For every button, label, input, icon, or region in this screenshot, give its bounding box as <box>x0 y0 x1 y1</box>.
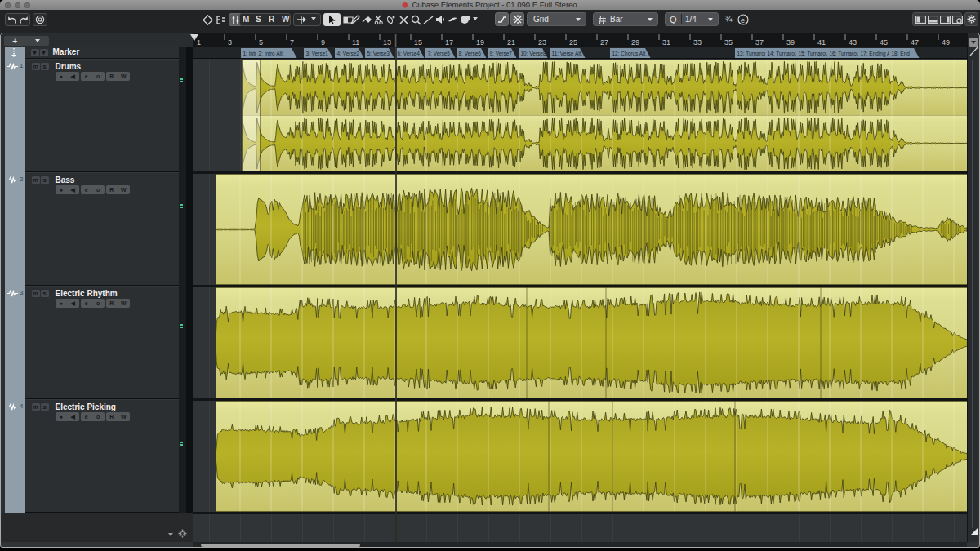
svg-text:49: 49 <box>942 38 950 47</box>
svg-text:3: 3 <box>228 38 232 47</box>
svg-text:45: 45 <box>880 38 888 47</box>
svg-text:35: 35 <box>724 38 733 47</box>
svg-text:7: Verse5: 7: Verse5 <box>427 51 450 56</box>
svg-text:47: 47 <box>911 38 919 47</box>
svg-text:17: Ending A: 17: Ending A <box>860 51 891 57</box>
svg-text:39: 39 <box>786 38 795 47</box>
svg-text:10: Verse8: 10: Verse8 <box>520 51 546 56</box>
svg-text:e: e <box>741 16 745 24</box>
svg-text:5: 5 <box>259 38 263 47</box>
svg-text:37: 37 <box>755 38 764 47</box>
svg-text:2: Intro Alt.: 2: Intro Alt. <box>258 51 283 56</box>
svg-text:18: End: 18: End <box>891 51 910 56</box>
svg-text:19: 19 <box>476 38 484 47</box>
svg-text:6: Verse4: 6: Verse4 <box>397 51 420 56</box>
svg-text:21: 21 <box>507 38 515 47</box>
svg-text:29: 29 <box>631 38 639 47</box>
svg-text:43: 43 <box>849 38 857 47</box>
svg-text:7: 7 <box>290 38 294 47</box>
svg-text:33: 33 <box>693 38 702 47</box>
svg-text:8: Verse6: 8: Verse6 <box>458 51 481 56</box>
svg-text:23: 23 <box>538 38 546 47</box>
svg-text:4: Verse2: 4: Verse2 <box>336 51 359 56</box>
svg-text:31: 31 <box>662 38 670 47</box>
svg-text:27: 27 <box>600 38 608 47</box>
svg-text:17: 17 <box>445 38 453 47</box>
svg-text:5: Verse3: 5: Verse3 <box>367 51 390 56</box>
svg-text:41: 41 <box>817 38 826 47</box>
svg-text:12: Chorus Alt.: 12: Chorus Alt. <box>612 51 647 56</box>
svg-text:3: Verse1: 3: Verse1 <box>305 51 328 56</box>
svg-text:11: 11 <box>352 38 359 47</box>
svg-text:13: 13 <box>383 38 391 47</box>
svg-text:15: 15 <box>414 38 422 47</box>
svg-text:25: 25 <box>569 38 577 47</box>
svg-text:9: Verse7: 9: Verse7 <box>489 51 512 56</box>
svg-text:11: Verse Alt.: 11: Verse Alt. <box>551 51 582 56</box>
svg-text:9: 9 <box>321 38 325 47</box>
